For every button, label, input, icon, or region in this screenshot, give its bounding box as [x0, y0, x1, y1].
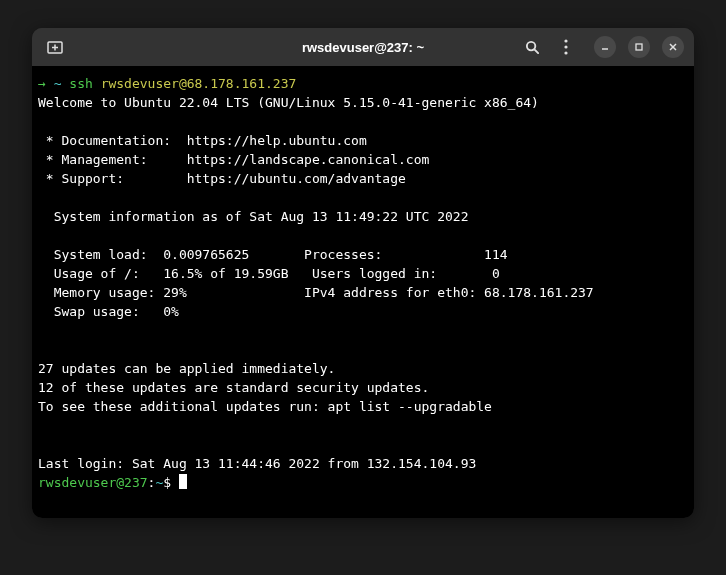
prompt-dollar: $	[163, 475, 179, 490]
terminal-content[interactable]: → ~ ssh rwsdevuser@68.178.161.237Welcome…	[32, 66, 694, 518]
prompt-line-2: rwsdevuser@237:~$	[38, 473, 688, 492]
prompt-line-1: → ~ ssh rwsdevuser@68.178.161.237	[38, 74, 688, 93]
terminal-window: rwsdevuser@237: ~	[32, 28, 694, 518]
titlebar-left	[42, 34, 68, 60]
close-button[interactable]	[662, 36, 684, 58]
svg-point-7	[564, 51, 567, 54]
mgmt-line: * Management: https://landscape.canonica…	[38, 150, 688, 169]
search-button[interactable]	[520, 35, 544, 59]
new-tab-button[interactable]	[42, 34, 68, 60]
svg-point-5	[564, 39, 567, 42]
prompt-user: rwsdevuser@237	[38, 475, 148, 490]
blank	[38, 226, 688, 245]
maximize-icon	[634, 42, 644, 52]
blank	[38, 321, 688, 340]
close-icon	[668, 42, 678, 52]
kebab-menu-icon	[564, 39, 568, 55]
updates-line-1: 27 updates can be applied immediately.	[38, 359, 688, 378]
last-login-line: Last login: Sat Aug 13 11:44:46 2022 fro…	[38, 454, 688, 473]
welcome-line: Welcome to Ubuntu 22.04 LTS (GNU/Linux 5…	[38, 93, 688, 112]
search-icon	[525, 40, 540, 55]
blank	[38, 188, 688, 207]
support-line: * Support: https://ubuntu.com/advantage	[38, 169, 688, 188]
maximize-button[interactable]	[628, 36, 650, 58]
sysinfo-header: System information as of Sat Aug 13 11:4…	[38, 207, 688, 226]
svg-point-6	[564, 45, 567, 48]
minimize-button[interactable]	[594, 36, 616, 58]
blank	[38, 112, 688, 131]
sysinfo-row-4: Swap usage: 0%	[38, 302, 688, 321]
titlebar: rwsdevuser@237: ~	[32, 28, 694, 66]
blank	[38, 340, 688, 359]
doc-line: * Documentation: https://help.ubuntu.com	[38, 131, 688, 150]
sysinfo-row-1: System load: 0.009765625 Processes: 114	[38, 245, 688, 264]
updates-line-2: 12 of these updates are standard securit…	[38, 378, 688, 397]
prompt-arrow: →	[38, 76, 46, 91]
ssh-target: rwsdevuser@68.178.161.237	[101, 76, 297, 91]
minimize-icon	[600, 42, 610, 52]
titlebar-right	[520, 35, 684, 59]
svg-rect-9	[636, 44, 642, 50]
cursor	[179, 474, 187, 489]
menu-button[interactable]	[554, 35, 578, 59]
updates-line-3: To see these additional updates run: apt…	[38, 397, 688, 416]
sysinfo-row-3: Memory usage: 29% IPv4 address for eth0:…	[38, 283, 688, 302]
blank	[38, 416, 688, 435]
blank	[38, 435, 688, 454]
window-title: rwsdevuser@237: ~	[302, 40, 424, 55]
prompt-tilde: ~	[46, 76, 69, 91]
sysinfo-row-2: Usage of /: 16.5% of 19.59GB Users logge…	[38, 264, 688, 283]
new-tab-icon	[47, 39, 63, 55]
svg-line-4	[534, 49, 538, 53]
cmd-ssh: ssh	[69, 76, 100, 91]
window-controls	[594, 36, 684, 58]
